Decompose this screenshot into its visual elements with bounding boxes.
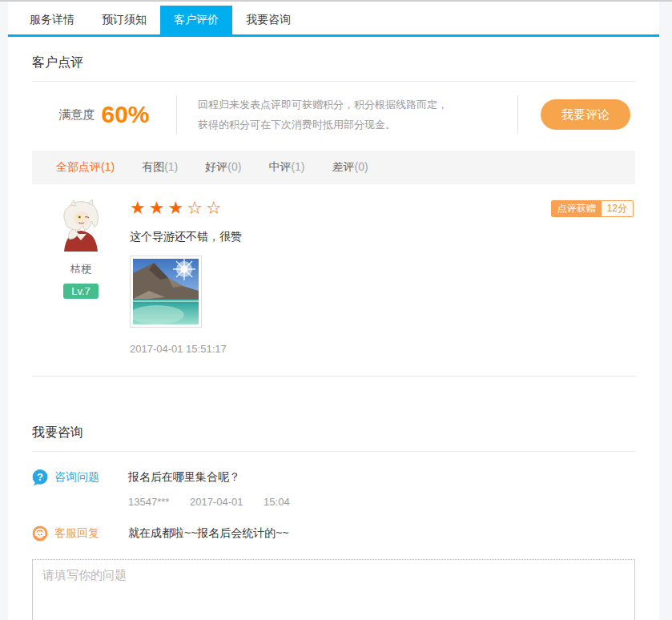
filter-neutral[interactable]: 中评(1) — [268, 160, 304, 175]
promo-text: 回程归来发表点评即可获赠积分，积分根据线路而定， 获得的积分可在下次消费时抵用部… — [198, 95, 497, 135]
vertical-divider — [176, 95, 177, 134]
stars-filled: ★★★ — [130, 198, 187, 218]
avatar — [54, 199, 107, 252]
review-photo-thumbnail[interactable] — [130, 256, 202, 328]
filter-negative[interactable]: 差评(0) — [332, 160, 368, 175]
user-level-badge: Lv.7 — [63, 284, 99, 299]
reward-label: 点评获赠 — [552, 201, 602, 216]
content-card: 服务详情 预订须知 客户评价 我要咨询 客户点评 满意度 60% 回程归来发表点… — [8, 2, 659, 620]
question-meta: 13547*** 2017-04-01 15:04 — [128, 496, 635, 508]
tab-service-details[interactable]: 服务详情 — [16, 6, 88, 34]
vertical-divider — [517, 95, 518, 134]
promo-line-2: 获得的积分可在下次消费时抵用部分现金。 — [198, 115, 497, 135]
svg-text:?: ? — [37, 471, 43, 483]
satisfaction-value: 60% — [101, 101, 149, 128]
stars-empty: ☆☆ — [187, 198, 224, 218]
review-text: 这个导游还不错，很赞 — [130, 230, 635, 244]
question-date: 2017-04-01 — [190, 496, 243, 508]
answer-text: 就在成都啦~~报名后会统计的~~ — [128, 526, 289, 541]
write-comment-button[interactable]: 我要评论 — [541, 99, 630, 130]
review-filter-bar: 全部点评(1) 有图(1) 好评(0) 中评(1) 差评(0) — [32, 151, 635, 184]
filter-all-reviews[interactable]: 全部点评(1) — [56, 160, 115, 175]
consult-section-heading: 我要咨询 — [32, 425, 635, 452]
reward-value: 12分 — [602, 201, 633, 216]
reviewer-username: 桔梗 — [32, 262, 130, 276]
answer-label: 客服回复 — [54, 526, 112, 541]
question-time: 15:04 — [264, 496, 290, 508]
tab-customer-reviews[interactable]: 客户评价 — [160, 6, 232, 34]
reviewer-panel: 桔梗 Lv.7 — [32, 197, 130, 355]
question-row: ? 咨询问题 报名后在哪里集合呢？ — [32, 469, 635, 485]
tab-bar: 服务详情 预订须知 客户评价 我要咨询 — [8, 2, 659, 37]
service-agent-icon — [32, 525, 48, 541]
question-text: 报名后在哪里集合呢？ — [128, 470, 240, 485]
satisfaction-row: 满意度 60% 回程归来发表点评即可获赠积分，积分根据线路而定， 获得的积分可在… — [32, 85, 635, 144]
review-timestamp: 2017-04-01 15:51:17 — [130, 343, 635, 355]
answer-row: 客服回复 就在成都啦~~报名后会统计的~~ — [32, 525, 635, 541]
question-input[interactable] — [32, 559, 635, 620]
question-label: 咨询问题 — [54, 470, 112, 485]
question-bubble-icon: ? — [32, 469, 48, 485]
filter-with-photos[interactable]: 有图(1) — [142, 160, 178, 175]
review-body: ★★★☆☆ 点评获赠 12分 这个导游还不错，很赞 — [130, 197, 635, 355]
consult-section: 我要咨询 ? 咨询问题 报名后在哪里集合呢？ 13547*** 2017-04-… — [32, 425, 635, 620]
filter-positive[interactable]: 好评(0) — [205, 160, 241, 175]
satisfaction-block: 满意度 60% — [32, 101, 176, 128]
review-item: 桔梗 Lv.7 ★★★☆☆ 点评获赠 12分 这个导游还不错，很赞 — [32, 197, 635, 376]
promo-line-1: 回程归来发表点评即可获赠积分，积分根据线路而定， — [198, 95, 497, 115]
question-user: 13547*** — [128, 496, 169, 508]
review-reward-badge: 点评获赠 12分 — [551, 200, 634, 217]
reviews-section-heading: 客户点评 — [32, 54, 635, 82]
mountain-lake-photo — [133, 259, 199, 324]
tab-consult[interactable]: 我要咨询 — [232, 6, 304, 34]
satisfaction-label: 满意度 — [58, 107, 95, 123]
tab-booking-notes[interactable]: 预订须知 — [88, 6, 160, 34]
